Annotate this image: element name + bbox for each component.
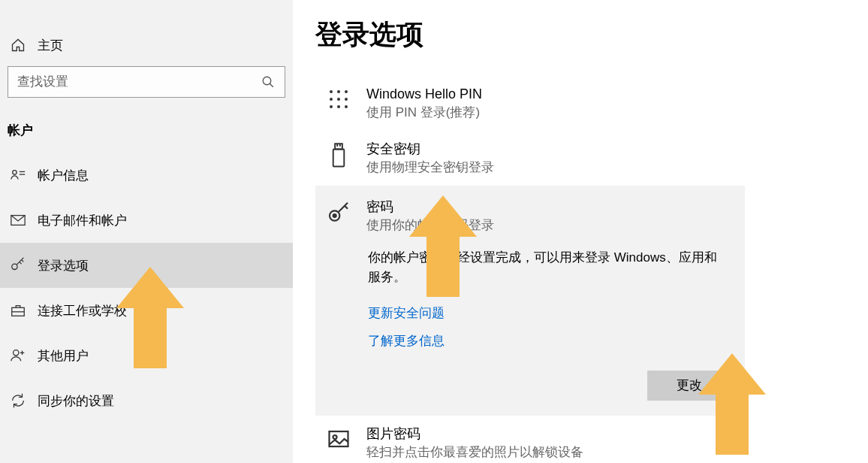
- option-title: Windows Hello PIN: [366, 85, 853, 104]
- sidebar: 主页 帐户 帐户信息 电子邮件和帐户: [0, 0, 293, 463]
- key-icon: [8, 257, 29, 274]
- link-learn-more[interactable]: 了解更多信息: [368, 332, 445, 350]
- svg-point-6: [12, 264, 17, 269]
- svg-point-15: [330, 98, 333, 101]
- main-content: 登录选项 Windows Hello PIN 使用 PIN 登录(推荐) 安全密…: [293, 0, 868, 463]
- option-password[interactable]: 密码 使用你的帐户密码登录: [315, 186, 745, 244]
- picture-icon: [324, 425, 353, 461]
- svg-point-19: [337, 105, 340, 108]
- nav-email-accounts[interactable]: 电子邮件和帐户: [0, 198, 293, 243]
- nav-work-school[interactable]: 连接工作或学校: [0, 288, 293, 333]
- svg-point-18: [330, 105, 333, 108]
- mail-icon: [8, 212, 29, 228]
- home-label: 主页: [38, 37, 63, 54]
- option-password-expanded: 密码 使用你的帐户密码登录 你的帐户密码已经设置完成，可以用来登录 Window…: [315, 186, 745, 416]
- search-input[interactable]: [8, 67, 252, 97]
- svg-point-14: [345, 90, 348, 93]
- sync-icon: [8, 392, 29, 409]
- section-header: 帐户: [0, 98, 293, 153]
- home-icon: [8, 38, 29, 53]
- change-button[interactable]: 更改: [647, 371, 731, 401]
- link-update-security-questions[interactable]: 更新安全问题: [368, 304, 445, 322]
- person-plus-icon: [8, 347, 29, 364]
- option-sub: 使用 PIN 登录(推荐): [366, 104, 853, 122]
- option-sub: 轻扫并点击你最喜爱的照片以解锁设备: [366, 443, 853, 461]
- search-icon[interactable]: [252, 67, 285, 97]
- nav-account-info[interactable]: 帐户信息: [0, 153, 293, 198]
- person-card-icon: [8, 167, 29, 183]
- option-picture-password[interactable]: 图片密码 轻扫并点击你最喜爱的照片以解锁设备: [315, 416, 868, 463]
- pin-pad-icon: [324, 85, 353, 122]
- page-title: 登录选项: [315, 17, 868, 53]
- option-security-key[interactable]: 安全密钥 使用物理安全密钥登录: [315, 131, 868, 186]
- svg-rect-24: [333, 149, 345, 166]
- nav-other-users[interactable]: 其他用户: [0, 333, 293, 378]
- svg-rect-21: [335, 144, 342, 149]
- option-sub: 使用物理安全密钥登录: [366, 159, 853, 177]
- nav-signin-options[interactable]: 登录选项: [0, 243, 293, 288]
- option-title: 密码: [366, 198, 730, 216]
- option-title: 图片密码: [366, 425, 853, 443]
- svg-point-2: [13, 171, 17, 175]
- svg-line-1: [270, 83, 273, 87]
- svg-point-0: [263, 77, 271, 85]
- svg-point-12: [330, 90, 333, 93]
- option-title: 安全密钥: [366, 140, 853, 159]
- password-description: 你的帐户密码已经设置完成，可以用来登录 Windows、应用和服务。: [368, 248, 728, 288]
- key-icon: [324, 198, 353, 235]
- briefcase-icon: [8, 302, 29, 319]
- svg-point-13: [337, 90, 340, 93]
- nav-label: 帐户信息: [38, 167, 89, 184]
- nav-sync-settings[interactable]: 同步你的设置: [0, 378, 293, 423]
- option-sub: 使用你的帐户密码登录: [366, 216, 730, 235]
- svg-point-26: [333, 214, 336, 217]
- svg-point-20: [345, 105, 348, 108]
- nav-label: 连接工作或学校: [38, 302, 127, 319]
- nav-label: 其他用户: [38, 347, 89, 365]
- home-button[interactable]: 主页: [0, 29, 293, 62]
- search-box[interactable]: [8, 66, 285, 98]
- svg-point-28: [333, 435, 337, 439]
- svg-point-17: [345, 98, 348, 101]
- option-hello-pin[interactable]: Windows Hello PIN 使用 PIN 登录(推荐): [315, 76, 868, 131]
- svg-point-9: [14, 350, 19, 356]
- nav-label: 同步你的设置: [38, 392, 114, 410]
- nav-label: 电子邮件和帐户: [38, 212, 127, 229]
- svg-point-16: [337, 98, 340, 101]
- nav-label: 登录选项: [38, 257, 89, 274]
- usb-key-icon: [324, 140, 353, 177]
